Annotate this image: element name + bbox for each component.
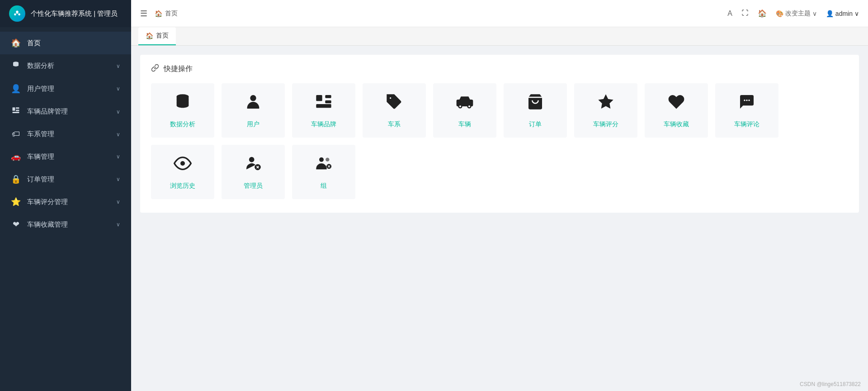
chevron-down-icon-4: ∨ — [116, 131, 120, 138]
chevron-down-icon-7: ∨ — [116, 199, 120, 205]
font-size-icon[interactable]: A — [727, 10, 732, 18]
user-menu[interactable]: 👤 admin ∨ — [826, 10, 859, 17]
sidebar-item-brand[interactable]: 车辆品牌管理 ∨ — [0, 100, 131, 123]
tab-home[interactable]: 🏠 首页 — [138, 27, 176, 45]
action-history[interactable]: 浏览历史 — [151, 145, 214, 199]
menu-toggle-icon[interactable]: ☰ — [140, 9, 147, 19]
rating-action-icon — [597, 93, 615, 115]
chevron-down-icon-5: ∨ — [116, 153, 120, 160]
svg-marker-19 — [598, 94, 613, 109]
action-group[interactable]: 组 — [292, 145, 355, 199]
breadcrumb-home-label: 首页 — [165, 10, 178, 18]
series-nav-icon: 🏷 — [11, 129, 21, 139]
actions-grid-row1: 数据分析 用户 — [151, 83, 848, 199]
main-area: ☰ 🏠 首页 A 🏠 🎨 改变主题 ∨ 👤 admin ∨ — [131, 0, 868, 391]
svg-rect-10 — [316, 95, 322, 101]
collection-nav-icon: ❤ — [11, 219, 21, 229]
svg-rect-12 — [325, 100, 331, 103]
sidebar-item-user-management[interactable]: 👤 用户管理 ∨ — [0, 77, 131, 100]
sidebar-item-series[interactable]: 🏷 车系管理 ∨ — [0, 123, 131, 145]
order-action-icon — [526, 93, 544, 115]
footer-text: CSDN @linge511873822 — [800, 381, 861, 387]
action-label-admin: 管理员 — [244, 182, 263, 190]
action-user[interactable]: 用户 — [222, 83, 285, 138]
action-label-user: 用户 — [247, 120, 259, 129]
home-nav-icon: 🏠 — [11, 38, 21, 48]
brand-action-icon — [315, 93, 333, 115]
user-arrow: ∨ — [854, 10, 859, 17]
vehicle-action-icon — [456, 93, 474, 115]
breadcrumb-home-icon: 🏠 — [155, 10, 162, 17]
action-label-rating: 车辆评分 — [593, 120, 618, 129]
home-icon[interactable]: 🏠 — [758, 9, 767, 18]
theme-button[interactable]: 🎨 改变主题 ∨ — [776, 10, 817, 18]
sidebar-header: 个性化车辆推荐系统 | 管理员 — [0, 0, 131, 27]
action-brand[interactable]: 车辆品牌 — [292, 83, 355, 138]
sidebar-item-data-analysis[interactable]: 数据分析 ∨ — [0, 54, 131, 77]
svg-point-1 — [14, 14, 16, 16]
group-action-icon — [315, 154, 333, 176]
sidebar-item-home[interactable]: 🏠 首页 — [0, 32, 131, 54]
svg-point-17 — [468, 105, 471, 108]
quick-actions-label: 快捷操作 — [164, 64, 193, 74]
svg-rect-4 — [13, 107, 15, 111]
series-action-icon — [385, 93, 403, 115]
sidebar-item-rating[interactable]: ⭐ 车辆评分管理 ∨ — [0, 191, 131, 213]
action-data-analysis[interactable]: 数据分析 — [151, 83, 214, 138]
action-order[interactable]: 订单 — [504, 83, 567, 138]
sidebar-label-user: 用户管理 — [27, 85, 54, 93]
action-series[interactable]: 车系 — [363, 83, 426, 138]
svg-point-16 — [459, 105, 462, 108]
sidebar-label-collection: 车辆收藏管理 — [27, 220, 68, 229]
svg-point-30 — [319, 157, 324, 162]
action-comment[interactable]: 车辆评论 — [715, 83, 778, 138]
sidebar-item-order[interactable]: 🔒 订单管理 ∨ — [0, 168, 131, 191]
data-analysis-nav-icon — [11, 61, 21, 71]
breadcrumb: 🏠 首页 — [155, 10, 178, 18]
sidebar-item-collection[interactable]: ❤ 车辆收藏管理 ∨ — [0, 213, 131, 236]
action-label-data-analysis: 数据分析 — [170, 120, 195, 129]
svg-rect-11 — [325, 95, 331, 98]
svg-rect-5 — [16, 107, 19, 109]
action-vehicle[interactable]: 车辆 — [433, 83, 496, 138]
user-nav-icon: 👤 — [11, 84, 21, 94]
footer: CSDN @linge511873822 — [800, 381, 861, 387]
action-label-comment: 车辆评论 — [734, 120, 760, 129]
brand-nav-icon — [11, 106, 21, 117]
sidebar-label-data-analysis: 数据分析 — [27, 62, 54, 70]
rating-nav-icon: ⭐ — [11, 197, 21, 207]
sidebar-label-home: 首页 — [27, 39, 41, 48]
user-label: admin — [835, 10, 853, 17]
sidebar-label-rating: 车辆评分管理 — [27, 198, 68, 206]
action-label-group: 组 — [321, 182, 327, 190]
chevron-down-icon-6: ∨ — [116, 176, 120, 182]
user-icon: 👤 — [826, 10, 834, 17]
sidebar-label-vehicle: 车辆管理 — [27, 153, 54, 161]
link-icon — [151, 64, 159, 74]
sidebar-label-order: 订单管理 — [27, 175, 54, 184]
quick-actions-card: 快捷操作 数据分析 — [140, 55, 859, 213]
fullscreen-icon[interactable] — [741, 9, 749, 18]
tab-home-label: 首页 — [156, 32, 169, 40]
comment-action-icon — [738, 93, 756, 115]
sidebar: 个性化车辆推荐系统 | 管理员 🏠 首页 数据分析 ∨ 👤 用户管理 ∨ — [0, 0, 131, 391]
collection-action-icon — [667, 93, 685, 115]
quick-actions-title: 快捷操作 — [151, 64, 848, 74]
chevron-down-icon-3: ∨ — [116, 109, 120, 115]
data-analysis-icon — [174, 93, 192, 115]
action-admin[interactable]: 管理员 — [222, 145, 285, 199]
action-rating[interactable]: 车辆评分 — [574, 83, 637, 138]
sidebar-title: 个性化车辆推荐系统 | 管理员 — [31, 10, 118, 18]
action-collection[interactable]: 车辆收藏 — [645, 83, 708, 138]
action-label-brand: 车辆品牌 — [311, 120, 336, 129]
sidebar-logo — [9, 5, 25, 22]
admin-action-icon — [244, 154, 262, 176]
sidebar-item-vehicle[interactable]: 🚗 车辆管理 ∨ — [0, 145, 131, 168]
action-label-collection: 车辆收藏 — [664, 120, 689, 129]
svg-point-20 — [744, 100, 745, 101]
action-label-vehicle: 车辆 — [458, 120, 471, 129]
svg-point-31 — [326, 157, 329, 161]
chevron-down-icon: ∨ — [116, 63, 120, 69]
action-label-history: 浏览历史 — [170, 182, 195, 190]
chevron-down-icon-2: ∨ — [116, 86, 120, 92]
